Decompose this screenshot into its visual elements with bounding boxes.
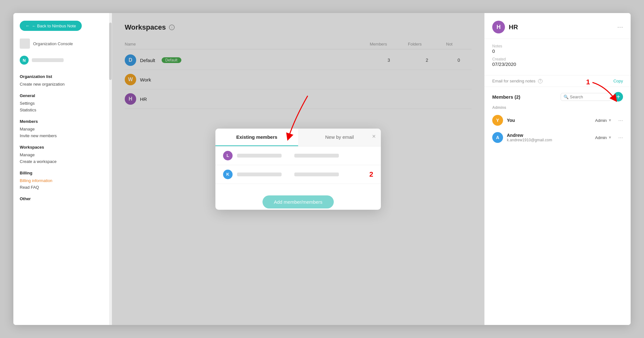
- rp-member-more-you[interactable]: ···: [618, 117, 623, 124]
- sidebar: ← ← Back to Nimbus Note Organization Con…: [13, 13, 112, 325]
- main-content: Workspaces i Name Members Folders Not D …: [112, 13, 484, 325]
- nav-user-name-bar: [32, 58, 64, 62]
- rp-member-row-andrew: A Andrew k.andrew1910@gmail.com Admin ▼ …: [485, 129, 631, 146]
- rp-meta: Notes 0 Created 07/23/2020: [485, 39, 631, 75]
- add-member-button[interactable]: Add member/members: [262, 195, 334, 208]
- member-info-2: [237, 173, 362, 176]
- billing-title: Billing: [20, 171, 105, 175]
- member-name-bar-2: [237, 173, 282, 176]
- rp-ws-name: HR: [509, 24, 613, 31]
- org-list-title: Organization list: [20, 74, 105, 79]
- members-title: Members: [20, 119, 105, 124]
- rp-more-button[interactable]: ···: [617, 23, 623, 31]
- member-avatar-l: L: [223, 151, 233, 160]
- email-info-icon: ?: [538, 79, 542, 83]
- rp-created-row: Created 07/23/2020: [492, 57, 623, 67]
- tab-existing-members[interactable]: Existing members: [215, 129, 298, 146]
- modal-close-button[interactable]: ×: [372, 133, 376, 139]
- rp-member-avatar-andrew: A: [492, 132, 503, 143]
- sidebar-manage-members[interactable]: Manage: [20, 126, 105, 132]
- member-name-bar-1: [237, 154, 282, 158]
- modal-footer: Add member/members: [215, 190, 381, 210]
- general-title: General: [20, 93, 105, 98]
- member-email-bar-2: [294, 173, 339, 176]
- rp-member-info-you: You: [507, 118, 591, 123]
- search-icon: 🔍: [564, 95, 569, 99]
- back-to-nimbus-button[interactable]: ← ← Back to Nimbus Note: [20, 21, 82, 31]
- rp-admins-label: Admins: [485, 104, 631, 112]
- rp-member-more-andrew[interactable]: ···: [618, 134, 623, 141]
- member-email-bar-1: [294, 154, 339, 158]
- sidebar-section-general: General Settings Statistics: [13, 89, 112, 113]
- back-arrow-icon: ←: [25, 23, 30, 28]
- rp-created-label: Created: [492, 57, 623, 61]
- right-panel: H HR ··· Notes 0 Created 07/23/2020 Emai…: [484, 13, 631, 325]
- sidebar-statistics[interactable]: Statistics: [20, 107, 105, 113]
- tab-new-by-email[interactable]: New by email: [298, 129, 381, 146]
- workspaces-title: Workspaces: [20, 145, 105, 150]
- rp-member-row-you: Y You Admin ▼ ···: [485, 112, 631, 129]
- nav-user: N: [13, 54, 112, 70]
- role-chevron-you: ▼: [608, 118, 612, 123]
- rp-member-email-andrew: k.andrew1910@gmail.com: [507, 138, 591, 142]
- rp-ws-avatar: H: [492, 21, 505, 33]
- rp-email-label: Email for sending notes ?: [492, 79, 542, 83]
- sidebar-create-org[interactable]: Create new organization: [20, 81, 105, 88]
- member-avatar-k: K: [223, 170, 233, 179]
- rp-created-value: 07/23/2020: [492, 61, 623, 67]
- rp-notes-value: 0: [492, 48, 623, 54]
- sidebar-section-other: Other: [13, 192, 112, 203]
- rp-member-role-you: Admin ▼: [595, 118, 612, 123]
- back-button-label: ← Back to Nimbus Note: [32, 24, 76, 28]
- sidebar-invite-members[interactable]: Invite new members: [20, 132, 105, 139]
- sidebar-section-members: Members Manage Invite new members: [13, 115, 112, 139]
- rp-members-header: Members (2) 🔍 +: [485, 87, 631, 104]
- rp-member-name-andrew: Andrew: [507, 133, 591, 138]
- modal-tabs: Existing members New by email: [215, 129, 381, 146]
- rp-email-row: Email for sending notes ? Copy: [485, 75, 631, 87]
- other-title: Other: [20, 196, 105, 201]
- rp-members-title: Members (2): [492, 94, 520, 100]
- rp-member-name-you: You: [507, 118, 591, 123]
- rp-member-avatar-you: Y: [492, 115, 503, 126]
- search-box: 🔍: [561, 93, 611, 101]
- member-row-2[interactable]: K 2: [215, 165, 381, 184]
- sidebar-manage-workspaces[interactable]: Manage: [20, 151, 105, 158]
- rp-copy-button[interactable]: Copy: [613, 79, 623, 83]
- annotation-2-label: 2: [369, 170, 373, 179]
- role-chevron-andrew: ▼: [608, 135, 612, 140]
- member-row-1[interactable]: L: [215, 146, 381, 165]
- rp-notes-label: Notes: [492, 44, 623, 48]
- sidebar-section-billing: Billing Billing information Read FAQ: [13, 166, 112, 191]
- sidebar-billing-info[interactable]: Billing information: [20, 177, 105, 184]
- rp-header: H HR ···: [485, 13, 631, 39]
- rp-members-controls: 🔍 +: [561, 92, 623, 102]
- org-avatar: [20, 39, 30, 49]
- add-member-plus-button[interactable]: +: [613, 92, 623, 102]
- org-console-label: Organization Console: [33, 41, 73, 46]
- sidebar-section-workspaces: Workspaces Manage Create a workspace: [13, 140, 112, 165]
- sidebar-settings[interactable]: Settings: [20, 100, 105, 107]
- modal-body: L K 2: [215, 146, 381, 190]
- rp-member-role-andrew: Admin ▼: [595, 135, 612, 140]
- sidebar-section-org: Organization list Create new organizatio…: [13, 70, 112, 88]
- org-block: Organization Console: [13, 36, 112, 54]
- rp-member-info-andrew: Andrew k.andrew1910@gmail.com: [507, 133, 591, 142]
- add-members-modal: Existing members New by email × L K: [215, 129, 381, 210]
- sidebar-read-faq[interactable]: Read FAQ: [20, 184, 105, 191]
- search-input[interactable]: [570, 95, 608, 99]
- sidebar-create-workspace[interactable]: Create a workspace: [20, 158, 105, 165]
- member-info-1: [237, 154, 373, 158]
- modal-overlay: Existing members New by email × L K: [112, 13, 484, 325]
- scrollbar-track: [109, 13, 112, 325]
- scrollbar-thumb[interactable]: [109, 23, 112, 80]
- nav-user-avatar: N: [20, 56, 29, 65]
- rp-notes-row: Notes 0: [492, 44, 623, 54]
